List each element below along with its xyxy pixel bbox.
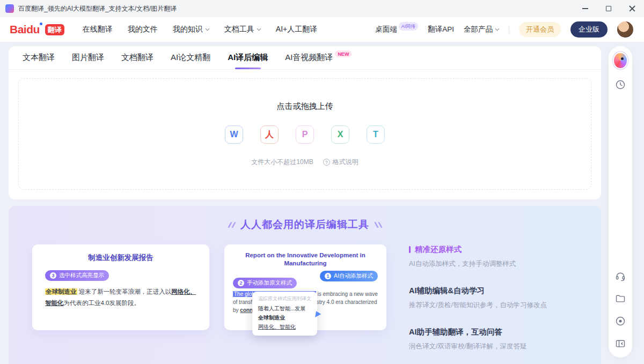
step-number: 2	[238, 280, 244, 286]
maximize-button[interactable]	[597, 0, 620, 17]
headset-icon	[615, 271, 626, 281]
deco-marks-right	[376, 222, 380, 228]
ai-simul-badge: AI同传	[399, 22, 419, 31]
popup-header: 追踪原文样式应用到译文	[258, 295, 311, 302]
word-icon: W	[225, 125, 243, 144]
minimize-button[interactable]	[573, 0, 597, 17]
style-tracking-popup: 追踪原文样式应用到译文 随着人工智能...发展 全球制造业 网络化、智能化	[252, 292, 317, 336]
window-title: 百度翻译_领先的AI大模型翻译_支持文本/文档/图片翻译	[18, 4, 177, 13]
collapse-panel-button[interactable]	[614, 337, 627, 350]
question-icon: ?	[323, 159, 330, 166]
demo-source-title: 制造业创新发展报告	[45, 253, 196, 263]
file-size-hint: 文件大小不超过10MB	[251, 158, 313, 167]
header: Bai du 翻译 在线翻译 我的文件 我的知识 文档工具 AI+人工翻译 桌面…	[0, 17, 644, 42]
app-icon	[5, 4, 14, 13]
translate-panel: 文本翻译 图片翻译 文档翻译 AI论文精翻 AI译后编辑 AI音视频翻译 NEW…	[9, 46, 601, 199]
tab-doc-translate[interactable]: 文档翻译	[121, 46, 153, 69]
pdf-icon: 人	[260, 125, 279, 144]
baidu-translate-logo[interactable]: Bai du 翻译	[10, 23, 64, 36]
logo-product-mark: 翻译	[45, 24, 64, 35]
highlight-style-badge: 3 选中样式高亮显示	[45, 270, 109, 281]
translate-tabs: 文本翻译 图片翻译 文档翻译 AI论文精翻 AI译后编辑 AI音视频翻译 NEW	[9, 46, 601, 70]
deco-marks-left	[229, 222, 234, 228]
popup-item: 网络化、智能化	[258, 322, 311, 331]
enterprise-button[interactable]: 企业版	[570, 21, 608, 38]
chevron-down-icon	[206, 27, 209, 31]
nav-item-my-knowledge[interactable]: 我的知识	[173, 25, 209, 34]
ppt-icon: P	[296, 125, 314, 144]
demo-source-text: 全球制造业 迎来了新一轮变革浪潮，正进入以网络化、智能化为代表的工业4.0发展阶…	[45, 286, 196, 309]
file-type-icons: W 人 P X T	[225, 125, 385, 144]
demo-target-title: Report on the Innovative Development in …	[233, 251, 378, 268]
history-button[interactable]	[614, 78, 627, 91]
minimize-icon	[582, 8, 588, 9]
tab-text-translate[interactable]: 文本翻译	[23, 46, 55, 69]
open-vip-button[interactable]: 开通会员	[519, 22, 561, 37]
logo-text-du: du	[26, 23, 40, 36]
chevron-down-icon	[495, 27, 499, 31]
highlighted-term: 全球制造业	[45, 288, 77, 295]
header-right: 桌面端 AI同传 翻译API 全部产品 开通会员 企业版	[375, 21, 633, 38]
upload-dropzone[interactable]: 点击或拖拽上传 W 人 P X T 文件大小不超过10MB ? 格式说明	[18, 78, 591, 190]
feature-ai-assistant-qa: AI助手辅助翻译，互动问答 润色译文/双语审校/翻译详解，深度答疑	[409, 327, 577, 351]
demo-card-source: 制造业创新发展报告 3 选中样式高亮显示 全球制造业 迎来了新一轮变革浪潮，正进…	[32, 244, 209, 330]
logo-text-bai: Bai	[10, 23, 26, 36]
divider	[509, 25, 509, 34]
nav-item-online-translate[interactable]: 在线翻译	[83, 25, 113, 34]
step-number: 1	[325, 273, 331, 279]
customer-support-button[interactable]	[614, 270, 627, 283]
close-button[interactable]	[620, 0, 644, 17]
new-badge: NEW	[335, 50, 352, 57]
collapse-sidebar-icon	[615, 338, 626, 349]
promo-title: 人人都会用的译后编辑工具	[240, 218, 369, 232]
files-button[interactable]	[614, 292, 627, 305]
record-button[interactable]	[614, 315, 627, 328]
demo-card-target: Report on the Innovative Development in …	[224, 244, 386, 330]
content: 文本翻译 图片翻译 文档翻译 AI论文精翻 AI译后编辑 AI音视频翻译 NEW…	[0, 42, 644, 364]
popup-item: 随着人工智能...发展	[258, 304, 311, 313]
all-products-menu[interactable]: 全部产品	[464, 25, 499, 34]
feature-ai-assist-edit: AI辅助编辑&自动学习 推荐译文/质检/智能知识参考，自动学习修改点	[409, 286, 577, 310]
tab-ai-av-translate[interactable]: AI音视频翻译 NEW	[285, 46, 352, 69]
clock-icon	[615, 79, 626, 90]
upload-hint: 文件大小不超过10MB ? 格式说明	[251, 158, 358, 167]
tab-ai-paper-translate[interactable]: AI论文精翻	[171, 46, 210, 69]
chevron-down-icon	[257, 27, 261, 31]
ai-auto-style-badge: 1 AI自动添加样式	[320, 271, 378, 281]
cursor-pointer-icon	[315, 311, 321, 318]
close-icon	[629, 5, 635, 12]
user-avatar[interactable]	[617, 21, 633, 38]
nav-item-my-files[interactable]: 我的文件	[128, 25, 158, 34]
txt-icon: T	[367, 125, 385, 144]
upload-title: 点击或拖拽上传	[277, 101, 333, 112]
nav-item-doc-tools[interactable]: 文档工具	[224, 25, 261, 34]
promo-section: 人人都会用的译后编辑工具 制造业创新发展报告 3 选中样式高亮显示 全球制造业 …	[9, 206, 601, 364]
baidu-assistant-icon	[614, 53, 627, 68]
excel-icon: X	[331, 125, 349, 144]
promo-cards: 制造业创新发展报告 3 选中样式高亮显示 全球制造业 迎来了新一轮变革浪潮，正进…	[32, 244, 577, 364]
tab-ai-post-edit[interactable]: AI译后编辑	[228, 46, 268, 69]
feature-list: 精准还原样式 AI自动添加样式，支持手动调整样式 AI辅助编辑&自动学习 推荐译…	[401, 244, 577, 364]
translate-api-link[interactable]: 翻译API	[428, 25, 454, 34]
folder-icon	[615, 293, 626, 304]
accent-bar	[409, 246, 411, 253]
manual-style-badge: 2 手动添加原文样式	[233, 278, 297, 288]
primary-nav: 在线翻译 我的文件 我的知识 文档工具 AI+人工翻译	[83, 25, 317, 34]
record-disc-icon	[615, 316, 626, 326]
step-number: 3	[50, 272, 56, 279]
maximize-icon	[606, 6, 611, 11]
nav-item-ai-human-translate[interactable]: AI+人工翻译	[276, 25, 317, 34]
right-rail	[609, 46, 632, 358]
window-titlebar: 百度翻译_领先的AI大模型翻译_支持文本/文档/图片翻译	[0, 0, 644, 17]
feature-restore-style: 精准还原样式 AI自动添加样式，支持手动调整样式	[409, 244, 577, 269]
translate-assistant-button[interactable]	[614, 53, 627, 69]
desktop-client-link[interactable]: 桌面端 AI同传	[375, 25, 418, 34]
tab-image-translate[interactable]: 图片翻译	[72, 46, 104, 69]
popup-item: 全球制造业	[258, 313, 311, 322]
main-column: 文本翻译 图片翻译 文档翻译 AI论文精翻 AI译后编辑 AI音视频翻译 NEW…	[9, 46, 601, 358]
format-help-link[interactable]: ? 格式说明	[323, 158, 358, 167]
